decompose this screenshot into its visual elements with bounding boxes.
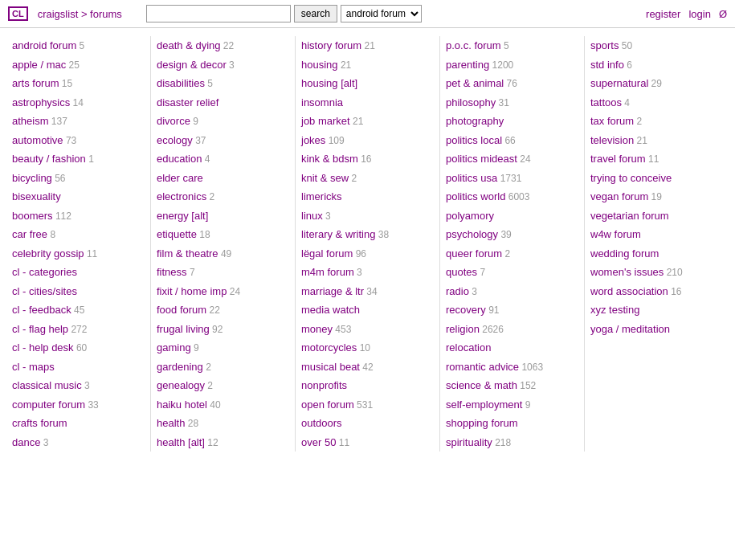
forum-link[interactable]: xyz testing (590, 300, 723, 320)
forum-link[interactable]: photography (446, 112, 578, 131)
forum-link[interactable]: philosophy 31 (446, 93, 578, 112)
forum-link[interactable]: vegetarian forum (590, 206, 723, 226)
forum-link[interactable]: genealogy 2 (157, 376, 289, 395)
forum-link[interactable]: history forum 21 (301, 36, 434, 55)
forum-link[interactable]: psychology 39 (446, 225, 578, 244)
forum-link[interactable]: gaming 9 (157, 338, 289, 358)
forum-link[interactable]: ecology 37 (157, 131, 289, 150)
forum-link[interactable]: motorcycles 10 (301, 338, 434, 358)
forum-link[interactable]: car free 8 (12, 225, 145, 244)
forum-link[interactable]: computer forum 33 (12, 395, 145, 415)
forum-link[interactable]: politics local 66 (446, 131, 578, 150)
forum-link[interactable]: film & theatre 49 (157, 244, 289, 264)
forum-link[interactable]: jokes 109 (301, 131, 434, 150)
forum-link[interactable]: supernatural 29 (590, 74, 723, 93)
forum-link[interactable]: trying to conceive (590, 169, 723, 188)
forum-link[interactable]: atheism 137 (12, 112, 145, 131)
forum-link[interactable]: apple / mac 25 (12, 55, 145, 75)
forum-link[interactable]: money 453 (301, 320, 434, 339)
forum-link[interactable]: yoga / meditation (590, 320, 723, 339)
forum-link[interactable]: television 21 (590, 131, 723, 150)
forum-link[interactable]: over 50 11 (301, 433, 434, 452)
forum-link[interactable]: self-employment 9 (446, 395, 578, 415)
forum-link[interactable]: housing 21 (301, 55, 434, 75)
forum-link[interactable]: pet & animal 76 (446, 74, 578, 93)
forum-link[interactable]: cl - flag help 272 (12, 320, 145, 339)
forum-link[interactable]: job market 21 (301, 112, 434, 131)
craigslist-link[interactable]: craigslist (38, 8, 79, 20)
forum-link[interactable]: religion 2626 (446, 320, 578, 339)
forum-link[interactable]: sports 50 (590, 36, 723, 55)
forum-link[interactable]: vegan forum 19 (590, 187, 723, 206)
forum-link[interactable]: open forum 531 (301, 395, 434, 415)
forum-link[interactable]: fixit / home imp 24 (157, 282, 289, 301)
forum-link[interactable]: politics usa 1731 (446, 169, 578, 188)
forum-link[interactable]: cl - feedback 45 (12, 300, 145, 320)
forum-link[interactable]: shopping forum (446, 414, 578, 433)
forum-link[interactable]: fitness 7 (157, 263, 289, 282)
forum-link[interactable]: tax forum 2 (590, 112, 723, 131)
forum-link[interactable]: crafts forum (12, 414, 145, 433)
forum-link[interactable]: astrophysics 14 (12, 93, 145, 112)
forum-link[interactable]: wedding forum (590, 244, 723, 264)
forum-link[interactable]: nonprofits (301, 376, 434, 395)
forum-link[interactable]: housing [alt] (301, 74, 434, 93)
forum-link[interactable]: dance 3 (12, 433, 145, 452)
forum-link[interactable]: celebrity gossip 11 (12, 244, 145, 264)
forum-link[interactable]: kink & bdsm 16 (301, 149, 434, 169)
forum-link[interactable]: boomers 112 (12, 206, 145, 226)
forum-link[interactable]: spirituality 218 (446, 433, 578, 452)
search-input[interactable] (146, 5, 291, 22)
forum-link[interactable]: linux 3 (301, 206, 434, 226)
forum-link[interactable]: energy [alt] (157, 206, 289, 226)
register-link[interactable]: register (646, 8, 680, 20)
forum-link[interactable]: bicycling 56 (12, 169, 145, 188)
forum-link[interactable]: literary & writing 38 (301, 225, 434, 244)
forum-link[interactable]: health 28 (157, 414, 289, 433)
forum-link[interactable]: gardening 2 (157, 358, 289, 377)
forum-link[interactable]: cl - help desk 60 (12, 338, 145, 358)
forum-link[interactable]: polyamory (446, 206, 578, 226)
forum-link[interactable]: automotive 73 (12, 131, 145, 150)
forum-link[interactable]: quotes 7 (446, 263, 578, 282)
forum-link[interactable]: cl - cities/sites (12, 282, 145, 301)
forum-link[interactable]: musical beat 42 (301, 358, 434, 377)
forum-link[interactable]: travel forum 11 (590, 149, 723, 169)
forum-link[interactable]: arts forum 15 (12, 74, 145, 93)
forum-link[interactable]: relocation (446, 338, 578, 358)
forum-link[interactable]: w4w forum (590, 225, 723, 244)
forum-link[interactable]: p.o.c. forum 5 (446, 36, 578, 55)
forum-link[interactable]: politics world 6003 (446, 187, 578, 206)
forum-link[interactable]: insomnia (301, 93, 434, 112)
forum-link[interactable]: knit & sew 2 (301, 169, 434, 188)
forum-link[interactable]: beauty / fashion 1 (12, 149, 145, 169)
forum-link[interactable]: women's issues 210 (590, 263, 723, 282)
forum-link[interactable]: disaster relief (157, 93, 289, 112)
forum-select[interactable]: android forum (341, 5, 422, 22)
forum-link[interactable]: death & dying 22 (157, 36, 289, 55)
forums-link[interactable]: forums (90, 8, 122, 20)
symbol-link[interactable]: Ø (719, 8, 727, 20)
forum-link[interactable]: tattoos 4 (590, 93, 723, 112)
login-link[interactable]: login (688, 8, 710, 20)
forum-link[interactable]: romantic advice 1063 (446, 358, 578, 377)
forum-link[interactable]: radio 3 (446, 282, 578, 301)
forum-link[interactable]: frugal living 92 (157, 320, 289, 339)
forum-link[interactable]: outdoors (301, 414, 434, 433)
forum-link[interactable]: cl - categories (12, 263, 145, 282)
forum-link[interactable]: bisexuality (12, 187, 145, 206)
forum-link[interactable]: education 4 (157, 149, 289, 169)
forum-link[interactable]: science & math 152 (446, 376, 578, 395)
forum-link[interactable]: recovery 91 (446, 300, 578, 320)
forum-link[interactable]: electronics 2 (157, 187, 289, 206)
forum-link[interactable]: word association 16 (590, 282, 723, 301)
forum-link[interactable]: design & decor 3 (157, 55, 289, 75)
forum-link[interactable]: media watch (301, 300, 434, 320)
forum-link[interactable]: cl - maps (12, 358, 145, 377)
forum-link[interactable]: parenting 1200 (446, 55, 578, 75)
forum-link[interactable]: m4m forum 3 (301, 263, 434, 282)
forum-link[interactable]: etiquette 18 (157, 225, 289, 244)
forum-link[interactable]: android forum 5 (12, 36, 145, 55)
forum-link[interactable]: limericks (301, 187, 434, 206)
forum-link[interactable]: lëgal forum 96 (301, 244, 434, 264)
